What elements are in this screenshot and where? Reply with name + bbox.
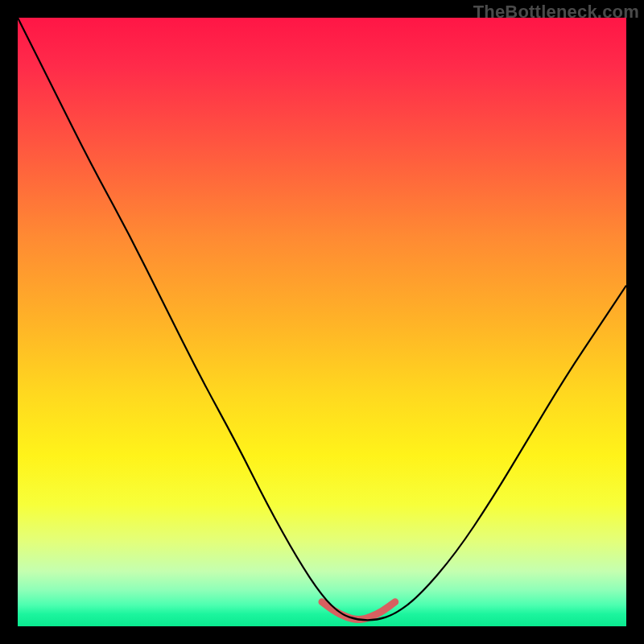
bottleneck-curve (18, 18, 626, 620)
plot-area (18, 18, 626, 626)
chart-svg (18, 18, 626, 626)
chart-frame: TheBottleneck.com (0, 0, 644, 644)
watermark-text: TheBottleneck.com (473, 2, 639, 23)
